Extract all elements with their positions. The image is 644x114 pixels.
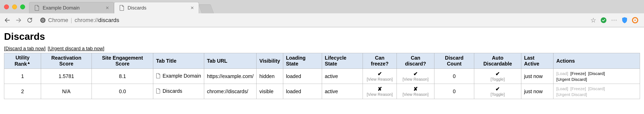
page-icon	[119, 5, 125, 11]
cell-engagement: 0.0	[92, 84, 153, 99]
page-icon	[156, 73, 160, 80]
col-actions[interactable]: Actions	[554, 53, 640, 69]
cell-rank: 1	[4, 69, 41, 84]
col-can-freeze[interactable]: Can freeze?	[363, 53, 397, 69]
cell-can-freeze: ✘View Reason	[363, 84, 397, 99]
svg-point-8	[634, 20, 636, 21]
table-header-row: Utility Rank▲ Reactivation Score Site En…	[4, 53, 640, 69]
load-action: Load	[556, 71, 568, 76]
col-tab-title[interactable]: Tab Title	[153, 53, 204, 69]
window-close-button[interactable]	[4, 4, 9, 9]
view-reason-link[interactable]: View Reason	[400, 92, 431, 97]
cell-visibility: visible	[256, 84, 283, 99]
freeze-action[interactable]: Freeze	[570, 71, 586, 76]
cell-url: chrome://discards/	[204, 84, 256, 99]
check-icon: ✔	[496, 71, 500, 77]
svg-point-6	[616, 20, 617, 21]
cell-reactivation: 1.5781	[41, 69, 92, 84]
address-bar[interactable]: Chrome | chrome://discards	[37, 15, 586, 25]
tab-title: Example Domain	[43, 5, 103, 11]
window-minimize-button[interactable]	[12, 4, 17, 9]
col-visibility[interactable]: Visibility	[256, 53, 283, 69]
toggle-link[interactable]: Toggle	[477, 77, 518, 82]
cell-loading: loaded	[283, 69, 322, 84]
back-button[interactable]	[4, 17, 10, 24]
cell-rank: 2	[4, 84, 41, 99]
view-reason-link[interactable]: View Reason	[366, 92, 394, 97]
cell-can-discard: ✔View Reason	[397, 69, 434, 84]
freeze-action: Freeze	[570, 86, 586, 91]
reload-button[interactable]	[27, 17, 33, 23]
view-reason-link[interactable]: View Reason	[400, 77, 431, 82]
cell-can-discard: ✘View Reason	[397, 84, 434, 99]
browser-toolbar: Chrome | chrome://discards ☆	[0, 13, 644, 27]
cell-last-active: just now	[521, 84, 554, 99]
tab-close-button[interactable]: ×	[106, 5, 109, 11]
cell-engagement: 8.1	[92, 69, 153, 84]
browser-tab-0[interactable]: Example Domain ×	[29, 2, 114, 13]
col-auto-discardable[interactable]: Auto Discardable	[474, 53, 521, 69]
new-tab-button[interactable]	[198, 4, 214, 13]
discard-action: Discard	[588, 86, 605, 91]
window-controls	[4, 4, 29, 13]
svg-point-4	[612, 20, 613, 21]
toggle-link[interactable]: Toggle	[477, 92, 518, 97]
col-last-active[interactable]: Last Active	[521, 53, 554, 69]
address-prefix: Chrome	[48, 17, 68, 24]
cell-title: Discards	[153, 84, 204, 99]
address-path: discards	[98, 17, 119, 23]
sort-asc-icon: ▲	[27, 61, 30, 65]
cell-visibility: hidden	[256, 69, 283, 84]
col-discard-count[interactable]: Discard Count	[434, 53, 474, 69]
svg-point-2	[42, 19, 44, 21]
check-icon: ✔	[413, 71, 418, 77]
svg-point-5	[614, 20, 615, 21]
page-title: Discards	[4, 31, 640, 42]
cell-title: Example Domain	[153, 69, 204, 84]
check-icon: ✔	[496, 86, 500, 92]
col-can-discard[interactable]: Can discard?	[397, 53, 434, 69]
cell-url: https://example.com/	[204, 69, 256, 84]
col-tab-url[interactable]: Tab URL	[204, 53, 256, 69]
address-scheme: chrome://	[74, 17, 98, 23]
table-row: 2N/A0.0Discardschrome://discards/visible…	[4, 84, 640, 99]
cell-actions: Load Freeze Discard Urgent Discard	[554, 69, 640, 84]
urgent-discard-action[interactable]: Urgent Discard	[556, 77, 587, 82]
discard-now-link[interactable]: Discard a tab now	[4, 46, 46, 51]
cell-actions: Load Freeze Discard Urgent Discard	[554, 84, 640, 99]
view-reason-link[interactable]: View Reason	[366, 77, 394, 82]
col-utility-rank[interactable]: Utility Rank▲	[4, 53, 41, 69]
col-loading-state[interactable]: Loading State	[283, 53, 322, 69]
extension-icon[interactable]	[600, 17, 607, 24]
tab-strip: Example Domain × Discards ×	[0, 0, 644, 13]
discard-action[interactable]: Discard	[588, 71, 605, 76]
page-icon	[34, 5, 40, 11]
urgent-discard-action: Urgent Discard	[556, 92, 587, 97]
cell-last-active: just now	[521, 69, 554, 84]
tab-close-button[interactable]: ×	[190, 5, 194, 11]
cell-lifecycle: active	[322, 69, 363, 84]
discards-table: Utility Rank▲ Reactivation Score Site En…	[4, 53, 640, 99]
page-icon	[156, 88, 160, 95]
extension-icon[interactable]	[611, 17, 617, 24]
cell-can-freeze: ✔View Reason	[363, 69, 397, 84]
cell-reactivation: N/A	[41, 84, 92, 99]
check-icon: ✔	[378, 71, 382, 77]
cell-lifecycle: active	[322, 84, 363, 99]
cross-icon: ✘	[413, 86, 418, 92]
cell-discard-count: 0	[434, 84, 474, 99]
urgent-discard-now-link[interactable]: Urgent discard a tab now	[48, 46, 104, 51]
window-maximize-button[interactable]	[20, 4, 25, 9]
extension-shield-icon[interactable]	[621, 17, 628, 24]
col-reactivation-score[interactable]: Reactivation Score	[41, 53, 92, 69]
page-content: Discards Discard a tab now Urgent discar…	[0, 27, 644, 103]
browser-tab-1[interactable]: Discards ×	[114, 2, 199, 13]
cross-icon: ✘	[378, 86, 382, 92]
col-site-engagement[interactable]: Site Engagement Score	[92, 53, 153, 69]
bookmark-star-icon[interactable]: ☆	[590, 16, 596, 24]
col-lifecycle-state[interactable]: Lifecycle State	[322, 53, 363, 69]
table-row: 11.57818.1Example Domainhttps://example.…	[4, 69, 640, 84]
forward-button[interactable]	[15, 17, 22, 24]
cell-auto-discardable: ✔Toggle	[474, 84, 521, 99]
extension-icon[interactable]	[632, 17, 638, 24]
